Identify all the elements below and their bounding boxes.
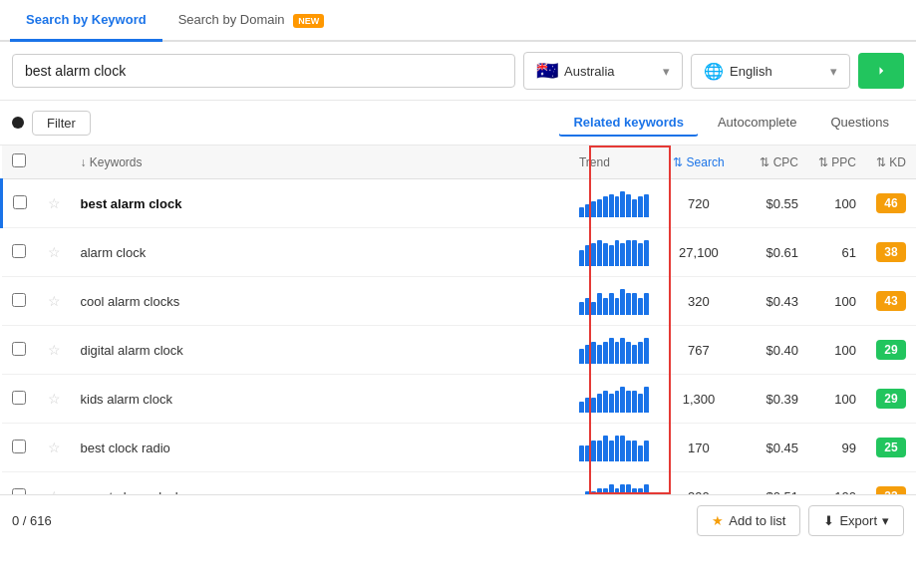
country-select[interactable]: 🇦🇺 Australia ▾ [523, 52, 683, 90]
table-row: ☆cool alarm clocks320$0.4310043 [2, 277, 917, 326]
trend-bar [620, 387, 625, 413]
trend-bars [579, 238, 649, 266]
keyword-label: best alarm clock [81, 196, 182, 211]
trend-bar [620, 484, 625, 494]
trend-bar [626, 441, 631, 461]
tab-search-keyword[interactable]: Search by Keyword [10, 0, 162, 42]
trend-bar [585, 445, 590, 461]
star-icon[interactable]: ☆ [48, 440, 61, 455]
table-row: ☆kids alarm clock1,300$0.3910029 [2, 375, 917, 424]
trend-cell [569, 326, 659, 375]
trend-bars [579, 336, 649, 364]
filter-button[interactable]: Filter [32, 111, 91, 136]
table-body: ☆best alarm clock720$0.5510046☆alarm clo… [2, 179, 917, 495]
star-icon[interactable]: ☆ [48, 391, 61, 407]
trend-bars [579, 434, 649, 461]
star-icon[interactable]: ☆ [48, 342, 61, 358]
trend-bar [591, 491, 596, 494]
new-badge: NEW [293, 14, 324, 28]
kd-badge: 38 [876, 242, 906, 262]
row-checkbox[interactable] [12, 293, 26, 307]
search-input[interactable] [12, 54, 515, 88]
keyword-label: kids alarm clock [81, 392, 172, 407]
go-button[interactable] [858, 53, 904, 89]
trend-bar [585, 398, 590, 413]
star-icon[interactable]: ☆ [48, 195, 61, 211]
search-volume-cell: 27,100 [659, 228, 739, 277]
star-icon[interactable]: ☆ [48, 244, 61, 260]
trend-bar [620, 191, 625, 217]
th-keywords[interactable]: ↓ Keywords [71, 146, 569, 179]
row-checkbox[interactable] [13, 195, 27, 209]
search-volume-cell: 767 [659, 326, 739, 375]
trend-bar [603, 196, 608, 217]
trend-bars [579, 482, 649, 494]
trend-bar [609, 394, 614, 413]
trend-bar [579, 445, 584, 461]
keyword-cell: alarm clock [71, 228, 569, 277]
trend-bar [585, 345, 590, 364]
chevron-down-icon: ▾ [882, 513, 889, 528]
language-select[interactable]: 🌐 English ▾ [691, 54, 850, 89]
keyword-cell: kids alarm clock [71, 375, 569, 424]
star-icon[interactable]: ☆ [48, 293, 61, 309]
trend-bar [620, 338, 625, 364]
trend-bar [644, 387, 649, 413]
table-row: ☆alarm clock27,100$0.616138 [2, 228, 917, 277]
cpc-cell: $0.45 [739, 424, 808, 472]
trend-bar [591, 398, 596, 413]
select-all-checkbox[interactable] [12, 153, 26, 167]
row-checkbox[interactable] [12, 342, 26, 356]
row-checkbox[interactable] [12, 488, 26, 495]
trend-cell [569, 375, 659, 424]
kd-cell: 46 [866, 179, 916, 228]
flag-icon: 🇦🇺 [536, 60, 558, 82]
kd-badge: 46 [876, 193, 906, 213]
trend-bar [597, 441, 602, 461]
tab-search-domain[interactable]: Search by Domain NEW [162, 0, 341, 42]
table-row: ☆digital alarm clock767$0.4010029 [2, 326, 917, 375]
tab-related-keywords[interactable]: Related keywords [558, 109, 699, 137]
ppc-cell: 99 [808, 424, 866, 472]
th-kd[interactable]: ⇅ KD [866, 146, 916, 179]
keyword-label: cool alarm clocks [81, 294, 180, 309]
tab-autocomplete[interactable]: Autocomplete [703, 109, 812, 137]
tabs-bar: Search by Keyword Search by Domain NEW [0, 0, 916, 42]
trend-bar [585, 245, 590, 266]
row-checkbox[interactable] [12, 440, 26, 453]
trend-bar [626, 391, 631, 413]
trend-bar [585, 204, 590, 217]
trend-bar [603, 488, 608, 494]
search-bar: 🇦🇺 Australia ▾ 🌐 English ▾ [0, 42, 916, 101]
tab-questions[interactable]: Questions [815, 109, 904, 137]
row-checkbox[interactable] [12, 244, 26, 258]
ppc-cell: 100 [808, 326, 866, 375]
trend-bar [591, 441, 596, 461]
export-button[interactable]: ⬇ Export ▾ [808, 505, 904, 536]
results-table: ↓ Keywords Trend ⇅ Search ⇅ CPC ⇅ PPC [0, 146, 916, 494]
ppc-cell: 100 [808, 472, 866, 495]
star-icon[interactable]: ☆ [48, 488, 61, 494]
trend-bar [615, 196, 620, 217]
add-to-list-button[interactable]: ★ Add to list [697, 505, 800, 536]
kd-cell: 38 [866, 228, 916, 277]
trend-bar [620, 289, 625, 315]
search-volume-cell: 720 [659, 179, 739, 228]
trend-bar [615, 298, 620, 315]
table-row: ☆best alarm clock720$0.5510046 [2, 179, 917, 228]
th-ppc[interactable]: ⇅ PPC [808, 146, 866, 179]
th-star [38, 146, 71, 179]
keyword-cell: best clock radio [71, 424, 569, 472]
row-checkbox[interactable] [12, 391, 26, 405]
trend-bar [591, 302, 596, 315]
keyword-label: best clock radio [81, 441, 170, 455]
trend-bar [632, 293, 637, 315]
trend-bar [638, 298, 643, 315]
trend-bar [579, 349, 584, 364]
th-search[interactable]: ⇅ Search [659, 146, 739, 179]
trend-bar [620, 436, 625, 461]
trend-bar [638, 342, 643, 364]
th-cpc[interactable]: ⇅ CPC [739, 146, 808, 179]
trend-bar [644, 293, 649, 315]
ppc-cell: 100 [808, 375, 866, 424]
